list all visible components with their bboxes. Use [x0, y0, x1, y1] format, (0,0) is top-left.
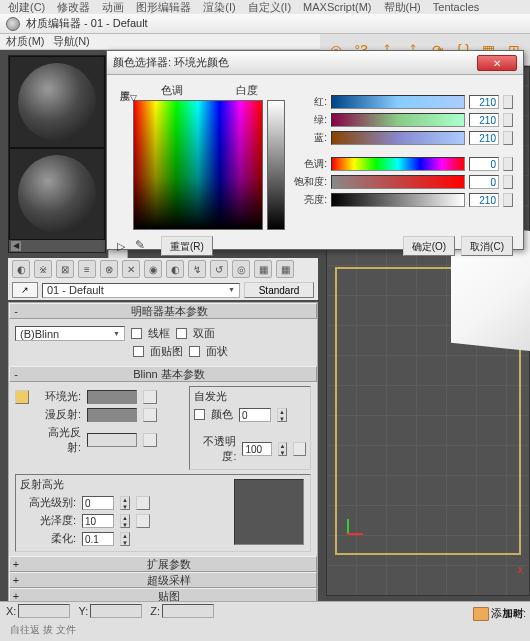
menu-grapheditor[interactable]: 图形编辑器 [136, 0, 191, 15]
shader-type-dropdown[interactable]: (B)Blinn ▼ [15, 326, 125, 341]
specular-color-swatch[interactable] [87, 433, 137, 447]
reset-button[interactable]: 重置(R) [161, 236, 213, 256]
add-time-button[interactable]: 添加时 [473, 606, 524, 621]
shader-rollout-header[interactable]: - 明暗器基本参数 [9, 303, 317, 319]
menu-tentacles[interactable]: Tentacles [433, 1, 479, 13]
menu-customize[interactable]: 自定义(I) [248, 0, 291, 15]
mat-tool-6-icon[interactable]: ✕ [122, 260, 140, 278]
color-dialog-titlebar[interactable]: 颜色选择器: 环境光颜色 ✕ [107, 51, 523, 75]
eyedropper-icon[interactable]: ✎ [135, 238, 151, 254]
twosided-checkbox[interactable] [176, 328, 187, 339]
ambient-color-swatch[interactable] [87, 390, 137, 404]
menu-create[interactable]: 创建(C) [8, 0, 45, 15]
mat-tool-10-icon[interactable]: ↺ [210, 260, 228, 278]
hue-saturation-field[interactable]: ▽ [133, 100, 263, 230]
soften-value[interactable]: 0.1 [82, 532, 114, 546]
mat-tool-2-icon[interactable]: ※ [34, 260, 52, 278]
coord-y-input[interactable] [90, 604, 142, 618]
scroll-left-icon[interactable]: ◀ [11, 241, 21, 251]
hue-slider[interactable] [331, 157, 465, 171]
sat-slider[interactable] [331, 175, 465, 189]
value-value[interactable]: 210 [469, 193, 499, 207]
mat-tool-4-icon[interactable]: ≡ [78, 260, 96, 278]
ambient-lock-icon[interactable] [15, 390, 29, 404]
material-type-button[interactable]: Standard [244, 282, 314, 298]
mat-tool-1-icon[interactable]: ◐ [12, 260, 30, 278]
red-value[interactable]: 210 [469, 95, 499, 109]
spinner-icon[interactable]: ▲▼ [277, 408, 287, 422]
speclevel-map-button[interactable] [136, 496, 150, 510]
extended-rollout-header[interactable]: +扩展参数 [9, 556, 317, 572]
material-editor-menu[interactable]: 材质(M) 导航(N) [0, 34, 320, 50]
selfillum-value[interactable]: 0 [239, 408, 271, 422]
material-sample-slot-2[interactable] [9, 148, 105, 240]
spinner-icon[interactable] [503, 95, 513, 109]
value-slider[interactable] [331, 193, 465, 207]
specular-map-button[interactable] [143, 433, 157, 447]
mat-tool-3-icon[interactable]: ⊠ [56, 260, 74, 278]
red-slider[interactable] [331, 95, 465, 109]
ok-button[interactable]: 确定(O) [403, 236, 455, 256]
green-slider[interactable] [331, 113, 465, 127]
spinner-icon[interactable] [503, 113, 513, 127]
menu-animation[interactable]: 动画 [102, 0, 124, 15]
mat-tool-7-icon[interactable]: ◉ [144, 260, 162, 278]
coord-z-input[interactable] [162, 604, 214, 618]
mat-tool-8-icon[interactable]: ◐ [166, 260, 184, 278]
green-value[interactable]: 210 [469, 113, 499, 127]
hue-value[interactable]: 0 [469, 157, 499, 171]
spinner-icon[interactable] [503, 193, 513, 207]
gloss-map-button[interactable] [136, 514, 150, 528]
mat-tool-11-icon[interactable]: ◎ [232, 260, 250, 278]
material-editor-icon [6, 17, 20, 31]
opacity-value[interactable]: 100 [242, 442, 271, 456]
mat-tool-5-icon[interactable]: ⊗ [100, 260, 118, 278]
sat-value[interactable]: 0 [469, 175, 499, 189]
color-picker-dialog[interactable]: 颜色选择器: 环境光颜色 ✕ 黑度 色调 白度 ▽ 红: [106, 50, 524, 250]
faceted-checkbox[interactable] [189, 346, 200, 357]
coord-x-input[interactable] [18, 604, 70, 618]
sample-triangle-icon[interactable]: ▷ [117, 240, 125, 253]
spinner-icon[interactable] [503, 131, 513, 145]
material-name-dropdown[interactable]: 01 - Default ▼ [42, 283, 240, 298]
value-ramp[interactable] [267, 100, 285, 230]
supersample-rollout-header[interactable]: +超级采样 [9, 572, 317, 588]
spinner-icon[interactable]: ▲▼ [278, 442, 287, 456]
material-pick-icon[interactable]: ↗ [12, 282, 38, 298]
facemap-label: 面贴图 [150, 344, 183, 359]
spinner-icon[interactable] [503, 175, 513, 189]
menu-maxscript[interactable]: MAXScript(M) [303, 1, 371, 13]
diffuse-map-button[interactable] [143, 408, 157, 422]
material-editor-titlebar[interactable]: 材质编辑器 - 01 - Default [0, 14, 530, 34]
spinner-icon[interactable]: ▲▼ [120, 532, 130, 546]
spinner-icon[interactable]: ▲▼ [120, 496, 130, 510]
diffuse-color-swatch[interactable] [87, 408, 137, 422]
menu-modifiers[interactable]: 修改器 [57, 0, 90, 15]
spinner-icon[interactable] [503, 157, 513, 171]
selfillum-color-checkbox[interactable] [194, 409, 205, 420]
mat-tool-13-icon[interactable]: ▦ [276, 260, 294, 278]
mat-tool-12-icon[interactable]: ▦ [254, 260, 272, 278]
cancel-button[interactable]: 取消(C) [461, 236, 513, 256]
app-menubar[interactable]: 创建(C) 修改器 动画 图形编辑器 渲染(I) 自定义(I) MAXScrip… [0, 0, 530, 14]
sample-scrollbar[interactable]: ◀ [9, 240, 105, 252]
facemap-checkbox[interactable] [133, 346, 144, 357]
speclevel-value[interactable]: 0 [82, 496, 114, 510]
opacity-map-button[interactable] [293, 442, 306, 456]
blinn-rollout-header[interactable]: - Blinn 基本参数 [9, 366, 317, 382]
menu-help[interactable]: 帮助(H) [384, 0, 421, 15]
mat-menu-material[interactable]: 材质(M) [6, 34, 45, 49]
ambient-map-button[interactable] [143, 390, 157, 404]
menu-render[interactable]: 渲染(I) [203, 0, 235, 15]
material-sample-slot-1[interactable] [9, 56, 105, 148]
status-bar: X: Y: Z: 栅格: 添加时 自往返 拔 文件 [0, 601, 530, 641]
mat-tool-9-icon[interactable]: ↯ [188, 260, 206, 278]
wire-checkbox[interactable] [131, 328, 142, 339]
close-button[interactable]: ✕ [477, 55, 517, 71]
gloss-value[interactable]: 10 [82, 514, 114, 528]
mat-menu-navigate[interactable]: 导航(N) [53, 34, 90, 49]
blue-slider[interactable] [331, 131, 465, 145]
blue-value[interactable]: 210 [469, 131, 499, 145]
spinner-icon[interactable]: ▲▼ [120, 514, 130, 528]
material-name-row: ↗ 01 - Default ▼ Standard [8, 280, 318, 300]
